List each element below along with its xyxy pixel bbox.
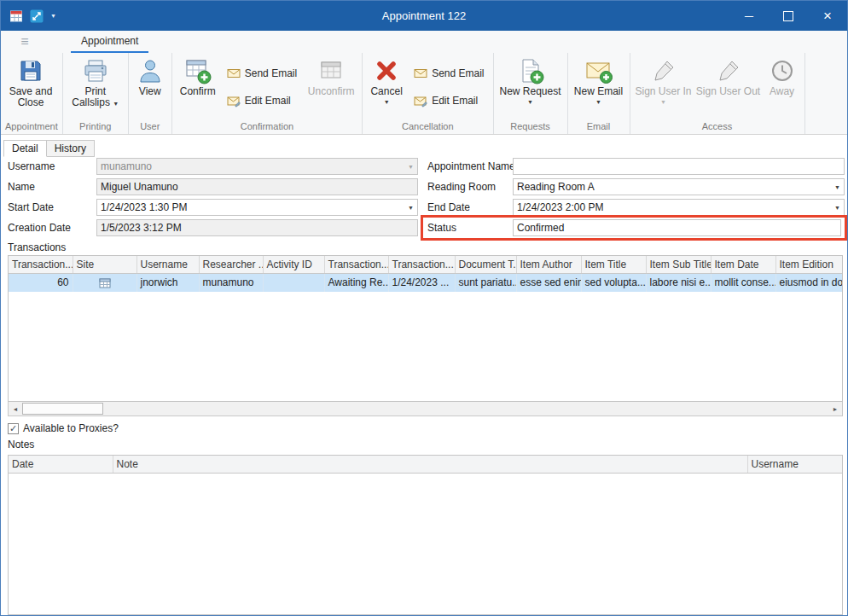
- cell-researcher[interactable]: munamuno: [199, 273, 263, 292]
- notes-grid: Date Note Username: [8, 455, 843, 615]
- end-date-dropdown-icon[interactable]: ▼: [831, 200, 844, 215]
- name-field[interactable]: [96, 178, 418, 195]
- ribbon-group-appointment: Save and Close Appointment: [1, 53, 63, 134]
- appointment-name-field[interactable]: [513, 158, 845, 175]
- creation-date-label: Creation Date: [8, 219, 71, 236]
- appointment-name-input[interactable]: [514, 160, 844, 173]
- titlebar-dropdown-icon[interactable]: ▼: [50, 13, 56, 19]
- name-input[interactable]: [97, 180, 417, 194]
- ribbon-menu-icon[interactable]: ≡: [1, 31, 49, 53]
- save-icon: [17, 57, 44, 84]
- available-to-proxies[interactable]: ✓ Available to Proxies?: [8, 422, 119, 434]
- cell-transaction-number[interactable]: 60: [9, 273, 73, 292]
- scroll-right-icon[interactable]: ►: [828, 402, 842, 416]
- confirm-button[interactable]: Confirm: [175, 54, 221, 120]
- ribbon-tab-strip: ≡ Appointment: [1, 31, 847, 53]
- col-transaction-date[interactable]: Transaction...: [388, 256, 455, 273]
- col-site[interactable]: Site: [73, 256, 136, 273]
- dropdown-caret-icon: ▼: [113, 101, 119, 107]
- cell-site[interactable]: [73, 273, 136, 292]
- save-and-close-button[interactable]: Save and Close: [3, 54, 58, 120]
- col-item-date[interactable]: Item Date: [711, 256, 775, 273]
- col-item-author[interactable]: Item Author: [516, 256, 581, 273]
- reading-room-dropdown-icon[interactable]: ▼: [831, 179, 844, 195]
- scroll-left-icon[interactable]: ◄: [9, 402, 22, 416]
- status-field[interactable]: [513, 219, 841, 236]
- username-dropdown-icon[interactable]: ▼: [404, 159, 417, 174]
- col-document-type[interactable]: Document T...: [455, 256, 516, 273]
- col-item-sub-title[interactable]: Item Sub Title: [646, 256, 711, 273]
- start-date-input[interactable]: [97, 200, 404, 214]
- col-activity-id[interactable]: Activity ID: [263, 256, 324, 273]
- minimize-button[interactable]: ─: [729, 1, 769, 31]
- dropdown-caret-icon: ▼: [527, 99, 533, 106]
- end-date-field[interactable]: ▼: [513, 199, 845, 216]
- creation-date-input[interactable]: [97, 221, 417, 235]
- ribbon-group-confirmation: Confirm Send Email Edit Email: [172, 53, 363, 134]
- titlebar-icons: ▼: [1, 9, 56, 23]
- username-input[interactable]: [97, 160, 404, 173]
- sign-user-out-button[interactable]: Sign User Out: [694, 54, 763, 120]
- col-transaction-status[interactable]: Transaction...: [324, 256, 388, 273]
- reading-room-input[interactable]: [514, 180, 831, 194]
- cell-item-title[interactable]: sed volupta...: [581, 273, 646, 292]
- new-request-icon: [517, 57, 544, 84]
- check-icon: ✓: [9, 424, 17, 433]
- start-date-field[interactable]: ▼: [96, 199, 418, 216]
- cell-document-type[interactable]: sunt pariatu...: [455, 273, 516, 292]
- status-input[interactable]: [514, 221, 840, 235]
- start-date-dropdown-icon[interactable]: ▼: [404, 200, 417, 215]
- new-request-button[interactable]: New Request ▼: [497, 54, 565, 120]
- col-item-title[interactable]: Item Title: [581, 256, 646, 273]
- end-date-input[interactable]: [514, 200, 831, 214]
- cell-transaction-date[interactable]: 1/24/2023 ...: [388, 273, 455, 292]
- sign-user-in-button[interactable]: Sign User In ▼: [633, 54, 694, 120]
- unconfirm-button[interactable]: Unconfirm: [303, 54, 359, 120]
- cell-item-edition[interactable]: eiusmod in do: [775, 273, 842, 292]
- cancel-edit-email-button[interactable]: Edit Email: [409, 91, 488, 110]
- proxies-checkbox[interactable]: ✓: [8, 423, 19, 434]
- cell-activity-id[interactable]: [263, 273, 324, 292]
- creation-date-field[interactable]: [96, 219, 418, 236]
- transaction-row[interactable]: 60 jnorwich munamuno Awaiting Re... 1/24…: [9, 273, 842, 292]
- ribbon-group-label-appointment: Appointment: [1, 120, 62, 134]
- ribbon-group-cancellation: Cancel ▼ Send Email Edit Email: [363, 53, 493, 134]
- user-switch-icon[interactable]: [30, 9, 44, 23]
- tab-appointment[interactable]: Appointment: [71, 31, 148, 53]
- tab-detail[interactable]: Detail: [3, 140, 47, 157]
- ribbon-group-access: Sign User In ▼ Sign User Out Away Access: [630, 53, 805, 134]
- cancel-send-email-button[interactable]: Send Email: [409, 64, 488, 83]
- cell-item-sub-title[interactable]: labore nisi e...: [646, 273, 711, 292]
- transactions-grid: Transaction... Site Username Researcher …: [8, 255, 843, 402]
- cell-username[interactable]: jnorwich: [136, 273, 199, 292]
- cell-item-author[interactable]: esse sed enim: [516, 273, 581, 292]
- col-researcher[interactable]: Researcher ...: [199, 256, 263, 273]
- confirm-send-email-button[interactable]: Send Email: [223, 64, 301, 83]
- col-note-date[interactable]: Date: [9, 456, 113, 473]
- col-username[interactable]: Username: [136, 256, 199, 273]
- print-callslips-button[interactable]: Print Callslips ▼: [66, 54, 125, 120]
- reading-room-field[interactable]: ▼: [513, 178, 845, 195]
- titlebar[interactable]: ▼ Appointment 122 ─ ×: [1, 1, 847, 31]
- cell-transaction-status[interactable]: Awaiting Re...: [324, 273, 388, 292]
- scrollbar-thumb[interactable]: [22, 403, 103, 415]
- horizontal-scrollbar[interactable]: ◄ ►: [8, 402, 843, 416]
- maximize-button[interactable]: [769, 1, 808, 31]
- ribbon-empty-space: [805, 53, 847, 134]
- away-button[interactable]: Away: [763, 54, 802, 120]
- col-note-username[interactable]: Username: [747, 456, 842, 473]
- cell-item-date[interactable]: mollit conse...: [711, 273, 775, 292]
- scrollbar-track[interactable]: [103, 402, 828, 416]
- close-button[interactable]: ×: [808, 1, 847, 31]
- col-transaction-number[interactable]: Transaction...: [9, 256, 73, 273]
- minimize-icon: ─: [745, 9, 753, 23]
- confirm-icon: [184, 57, 212, 84]
- col-item-edition[interactable]: Item Edition: [775, 256, 842, 273]
- confirm-edit-email-button[interactable]: Edit Email: [223, 91, 301, 110]
- col-note-text[interactable]: Note: [113, 456, 747, 473]
- cancel-button[interactable]: Cancel ▼: [365, 54, 408, 120]
- new-email-button[interactable]: New Email ▼: [571, 54, 627, 120]
- view-user-button[interactable]: View: [131, 54, 169, 120]
- tab-history[interactable]: History: [46, 140, 95, 157]
- username-field[interactable]: ▼: [96, 158, 418, 175]
